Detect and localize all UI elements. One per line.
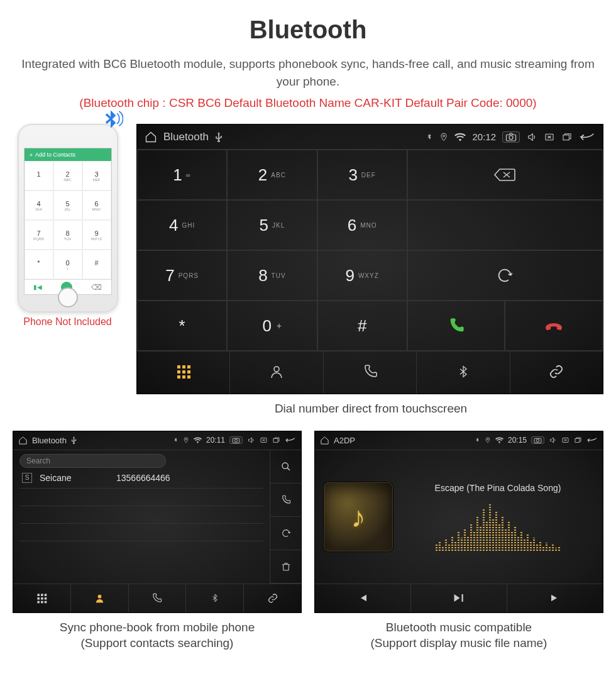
svg-rect-8 — [177, 370, 180, 373]
side-call-button[interactable] — [270, 484, 301, 517]
screenshot-icon[interactable] — [531, 436, 544, 444]
svg-point-33 — [536, 440, 539, 442]
location-icon — [485, 436, 491, 444]
svg-rect-5 — [177, 365, 180, 368]
key-1[interactable]: 1∞ — [137, 150, 227, 200]
location-icon — [183, 436, 189, 444]
tab-pair[interactable] — [244, 584, 301, 612]
close-app-icon[interactable] — [561, 436, 569, 444]
tab-recent[interactable] — [129, 584, 187, 612]
svg-rect-25 — [41, 597, 43, 600]
svg-rect-35 — [575, 439, 580, 443]
recents-icon[interactable] — [574, 436, 582, 444]
key-3[interactable]: 3DEF — [317, 150, 407, 200]
tab-recent[interactable] — [324, 351, 417, 394]
clock: 20:11 — [206, 436, 225, 445]
side-search-button[interactable] — [270, 450, 301, 484]
phone-mock: ＋ Add to Contacts 1 2ABC 3DEF 4GHI 5JKL … — [18, 124, 118, 313]
svg-rect-21 — [37, 594, 40, 596]
home-icon[interactable] — [18, 436, 28, 445]
tab-contacts[interactable] — [71, 584, 129, 612]
key-hash[interactable]: # — [317, 301, 407, 351]
next-track-button[interactable] — [507, 584, 603, 612]
backspace-button[interactable] — [407, 150, 603, 200]
close-app-icon[interactable] — [544, 132, 555, 142]
back-icon[interactable] — [586, 436, 598, 444]
phone-icon — [363, 364, 378, 382]
tab-bluetooth[interactable] — [186, 584, 244, 612]
call-button[interactable] — [407, 301, 505, 351]
svg-rect-7 — [187, 365, 190, 368]
phone-add-contacts-label: Add to Contacts — [35, 152, 75, 158]
svg-rect-6 — [182, 365, 185, 368]
phonebook-screen: Bluetooth 20:11 Search — [13, 431, 302, 613]
svg-rect-12 — [182, 375, 185, 379]
screenshot-icon[interactable] — [229, 436, 243, 444]
key-8[interactable]: 8TUV — [227, 250, 317, 301]
home-icon[interactable] — [320, 436, 329, 445]
tab-keypad[interactable] — [137, 351, 230, 394]
hangup-button[interactable] — [505, 301, 603, 351]
screenshot-icon[interactable] — [502, 131, 520, 143]
app-title: Bluetooth — [163, 131, 209, 143]
svg-rect-27 — [37, 600, 40, 603]
key-0[interactable]: 0+ — [227, 301, 317, 351]
svg-rect-19 — [273, 439, 278, 443]
back-icon[interactable] — [285, 436, 296, 444]
search-input[interactable]: Search — [19, 454, 166, 468]
back-icon[interactable] — [579, 132, 595, 142]
phonebook-caption-1: Sync phone-book from mobile phone — [60, 621, 255, 634]
key-6[interactable]: 6MNO — [317, 200, 407, 250]
svg-rect-29 — [45, 600, 47, 603]
prev-track-button[interactable] — [315, 584, 411, 612]
svg-point-30 — [97, 595, 101, 599]
key-4[interactable]: 4GHI — [137, 200, 227, 250]
link-icon — [548, 364, 564, 382]
app-title: A2DP — [334, 436, 355, 445]
recents-icon[interactable] — [561, 132, 573, 142]
svg-rect-28 — [41, 600, 43, 603]
contact-name: Seicane — [40, 473, 109, 483]
svg-point-20 — [282, 463, 288, 468]
bluetooth-icon — [457, 363, 470, 382]
recents-icon[interactable] — [272, 436, 280, 444]
side-sync-button[interactable] — [270, 517, 301, 550]
svg-rect-22 — [41, 594, 43, 596]
redial-button[interactable] — [407, 250, 603, 301]
key-star[interactable]: * — [137, 301, 227, 351]
svg-point-14 — [274, 367, 279, 372]
svg-point-31 — [487, 439, 488, 440]
wifi-icon — [194, 437, 202, 443]
play-pause-button[interactable] — [411, 584, 507, 612]
bluetooth-status-icon — [475, 436, 480, 444]
tab-keypad[interactable] — [13, 584, 71, 612]
tab-pair[interactable] — [510, 351, 603, 394]
svg-rect-13 — [187, 375, 190, 379]
contact-row[interactable]: S Seicane 13566664466 — [19, 468, 263, 489]
svg-point-2 — [509, 135, 513, 139]
phonebook-caption-2: (Support contacts searching) — [81, 636, 234, 650]
key-5[interactable]: 5JKL — [227, 200, 317, 250]
clock: 20:12 — [472, 131, 496, 142]
phone-keypad: 1 2ABC 3DEF 4GHI 5JKL 6MNO 7PQRS 8TUV 9W… — [25, 161, 111, 279]
key-2[interactable]: 2ABC — [227, 150, 317, 200]
side-delete-button[interactable] — [270, 550, 301, 584]
svg-rect-4 — [563, 135, 569, 140]
svg-rect-24 — [37, 597, 40, 600]
svg-point-15 — [185, 439, 187, 440]
keypad-icon — [176, 364, 191, 382]
volume-icon[interactable] — [247, 436, 255, 444]
home-icon[interactable] — [145, 131, 157, 143]
close-app-icon[interactable] — [260, 436, 268, 444]
key-7[interactable]: 7PQRS — [137, 250, 227, 301]
person-icon — [269, 364, 284, 382]
bluetooth-status-icon — [173, 436, 179, 444]
key-9[interactable]: 9WXYZ — [317, 250, 407, 301]
visualizer — [402, 501, 594, 551]
clock: 20:15 — [508, 436, 527, 445]
tab-contacts[interactable] — [230, 351, 323, 394]
volume-icon[interactable] — [526, 132, 537, 142]
phone-call-icon — [61, 282, 72, 293]
tab-bluetooth[interactable] — [417, 351, 510, 394]
volume-icon[interactable] — [549, 436, 557, 444]
